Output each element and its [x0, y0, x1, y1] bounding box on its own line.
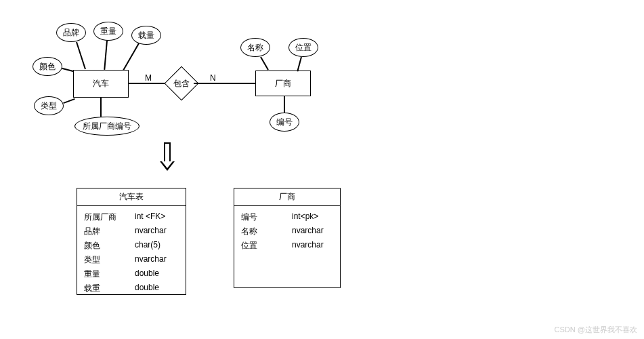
col-type: nvarchar: [135, 254, 179, 266]
connector: [129, 83, 169, 84]
col-type: double: [135, 268, 179, 280]
attr-car-load: 载量: [131, 26, 161, 45]
table-row: 编号int<pk>: [241, 210, 333, 224]
attr-car-vendor-id-label: 所属厂商编号: [83, 121, 131, 132]
attr-car-brand-label: 品牌: [63, 27, 79, 39]
connector: [194, 83, 255, 84]
attr-car-color: 颜色: [33, 57, 62, 76]
col-type: int <FK>: [135, 212, 179, 223]
col-type: double: [135, 283, 179, 294]
attr-car-color-label: 颜色: [39, 61, 56, 73]
col-name: 编号: [241, 212, 292, 223]
attr-car-type: 类型: [34, 96, 64, 115]
attr-car-brand: 品牌: [56, 23, 86, 42]
entity-car-label: 汽车: [93, 78, 109, 89]
table-car: 汽车表 所属厂商int <FK> 品牌nvarchar 颜色char(5) 类型…: [77, 188, 186, 295]
attr-vendor-id: 编号: [270, 113, 299, 132]
attr-car-load-label: 载量: [138, 30, 154, 41]
attr-vendor-id-label: 编号: [276, 117, 293, 128]
col-type: nvarchar: [292, 240, 333, 252]
col-name: 载重: [84, 283, 135, 294]
col-type: int<pk>: [292, 212, 333, 223]
col-type: nvarchar: [135, 226, 179, 237]
connector: [260, 57, 269, 71]
arrow-down-icon: [160, 142, 175, 171]
arrow-head: [160, 161, 175, 171]
col-type: nvarchar: [292, 226, 333, 237]
connector: [63, 98, 75, 104]
table-row: 名称nvarchar: [241, 224, 333, 239]
watermark: CSDN @这世界我不喜欢: [555, 325, 637, 335]
connector: [284, 96, 285, 113]
entity-vendor: 厂商: [255, 71, 311, 96]
attr-car-weight: 重量: [93, 22, 123, 41]
table-row: 品牌nvarchar: [84, 224, 179, 239]
arrow-stem: [164, 142, 171, 161]
attr-car-type-label: 类型: [41, 100, 57, 112]
col-type: char(5): [135, 240, 179, 252]
cardinality-m: M: [145, 73, 152, 83]
attr-vendor-name-label: 名称: [247, 42, 263, 54]
attr-vendor-location-label: 位置: [295, 42, 312, 54]
connector: [123, 43, 139, 71]
col-name: 重量: [84, 268, 135, 280]
connector: [104, 41, 108, 70]
col-name: 颜色: [84, 240, 135, 252]
table-car-title: 汽车表: [77, 188, 186, 206]
connector: [297, 57, 302, 72]
entity-vendor-label: 厂商: [275, 78, 291, 89]
table-vendor-title: 厂商: [234, 188, 340, 206]
col-name: 位置: [241, 240, 292, 252]
table-car-body: 所属厂商int <FK> 品牌nvarchar 颜色char(5) 类型 nva…: [77, 206, 186, 300]
table-row: 位置nvarchar: [241, 239, 333, 253]
table-row: 载重double: [84, 281, 179, 296]
attr-vendor-location: 位置: [288, 38, 318, 57]
col-name: 名称: [241, 226, 292, 237]
col-name: 品牌: [84, 226, 135, 237]
table-row: 重量double: [84, 267, 179, 281]
col-name: 所属厂商: [84, 212, 135, 223]
col-name: 类型: [84, 254, 135, 266]
entity-car: 汽车: [73, 70, 129, 98]
connector: [76, 42, 86, 70]
connector: [100, 98, 102, 117]
table-row: 颜色char(5): [84, 239, 179, 253]
table-row: 所属厂商int <FK>: [84, 210, 179, 224]
relationship-contains-label: 包含: [173, 78, 190, 89]
table-vendor: 厂商 编号int<pk> 名称nvarchar 位置nvarchar: [234, 188, 341, 288]
table-row: 类型 nvarchar: [84, 253, 179, 267]
attr-vendor-name: 名称: [240, 38, 270, 57]
attr-car-vendor-id: 所属厂商编号: [74, 117, 139, 136]
attr-car-weight-label: 重量: [100, 26, 116, 37]
connector: [62, 68, 74, 73]
cardinality-n: N: [210, 73, 216, 83]
table-vendor-body: 编号int<pk> 名称nvarchar 位置nvarchar: [234, 206, 340, 257]
relationship-contains: 包含: [169, 71, 194, 96]
